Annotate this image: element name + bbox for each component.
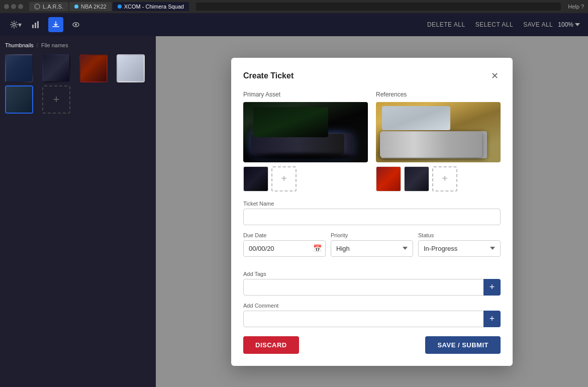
- settings-button[interactable]: ▾: [8, 17, 23, 32]
- url-bar[interactable]: [196, 3, 561, 11]
- ref-thumb-1[interactable]: [376, 166, 401, 191]
- create-ticket-modal: Create Ticket ✕ Primary Asset: [231, 58, 513, 366]
- app-toolbar: ▾ DELETE ALL SELECT ALL SAVE ALL 100%: [0, 13, 588, 36]
- thumbnails-grid: +: [5, 54, 151, 114]
- zoom-value: 100%: [558, 21, 573, 28]
- ref-thumb-2[interactable]: [404, 166, 429, 191]
- save-submit-button[interactable]: SAVE / SUBMIT: [425, 336, 501, 354]
- comment-label: Add Comment: [243, 303, 501, 309]
- tags-field: Add Tags +: [243, 271, 501, 296]
- help-text[interactable]: Help ?: [568, 4, 584, 10]
- tab-xcom-label: XCOM - Chimera Squad: [124, 4, 184, 10]
- ticket-name-label: Ticket Name: [243, 201, 501, 207]
- close-dot[interactable]: [4, 4, 9, 9]
- primary-thumb-1[interactable]: [243, 166, 268, 191]
- eye-icon: [72, 21, 80, 29]
- asset-sections: Primary Asset +: [243, 91, 501, 191]
- settings-icon: [10, 21, 18, 29]
- xcom-dot: [118, 5, 122, 9]
- primary-asset-thumbs: +: [243, 166, 368, 191]
- discard-button[interactable]: DISCARD: [243, 336, 299, 354]
- browser-bar: L L.A.R.S. NBA 2K22 XCOM - Chimera Squad…: [0, 0, 588, 13]
- tab-xcom[interactable]: XCOM - Chimera Squad: [113, 2, 189, 11]
- maximize-dot[interactable]: [18, 4, 23, 9]
- primary-asset-image: [243, 102, 368, 162]
- modal-footer: DISCARD SAVE / SUBMIT: [243, 336, 501, 354]
- thumbnail-2[interactable]: [42, 54, 70, 82]
- form-row-date-priority-status: Due Date 📅 Priority Low Medium High Crit…: [243, 232, 501, 264]
- chart-button[interactable]: [28, 17, 43, 32]
- lars-icon: L: [34, 4, 40, 10]
- ticket-name-input[interactable]: [243, 209, 501, 225]
- breadcrumb: Thumbnails / File names: [5, 41, 151, 49]
- primary-asset-section: Primary Asset +: [243, 91, 368, 191]
- thumbnail-4[interactable]: [117, 54, 145, 82]
- svg-rect-4: [35, 23, 36, 28]
- references-label: References: [376, 91, 501, 98]
- modal-title: Create Ticket: [243, 71, 293, 80]
- primary-asset-label: Primary Asset: [243, 91, 368, 98]
- status-select[interactable]: To Do In-Progress Review Done: [418, 240, 501, 257]
- minimize-dot[interactable]: [11, 4, 16, 9]
- due-date-field: Due Date 📅: [243, 232, 326, 257]
- tab-nba[interactable]: NBA 2K22: [69, 2, 112, 11]
- due-date-label: Due Date: [243, 232, 326, 238]
- references-thumbs: +: [376, 166, 501, 191]
- status-label: Status: [418, 232, 501, 238]
- priority-field: Priority Low Medium High Critical: [331, 232, 413, 257]
- svg-text:L: L: [36, 6, 38, 9]
- zoom-chevron-icon: [575, 23, 580, 26]
- delete-all-button[interactable]: DELETE ALL: [427, 21, 465, 28]
- references-main-image: [376, 102, 501, 162]
- add-tag-button[interactable]: +: [483, 279, 501, 296]
- svg-rect-5: [37, 21, 39, 28]
- modal-header: Create Ticket ✕: [243, 70, 501, 82]
- zoom-control[interactable]: 100%: [558, 21, 580, 28]
- status-field: Status To Do In-Progress Review Done: [418, 232, 501, 257]
- sidebar: Thumbnails / File names +: [0, 36, 156, 387]
- eye-button[interactable]: [68, 17, 83, 32]
- breadcrumb-filenames[interactable]: File names: [41, 42, 68, 48]
- tags-input[interactable]: [243, 279, 501, 296]
- comment-field: Add Comment +: [243, 303, 501, 327]
- ticket-name-field: Ticket Name: [243, 201, 501, 225]
- due-date-wrapper: 📅: [243, 240, 326, 257]
- svg-point-7: [75, 24, 77, 26]
- tags-label: Add Tags: [243, 271, 501, 277]
- tags-input-wrapper: +: [243, 279, 501, 296]
- download-icon: [52, 21, 60, 29]
- tab-lars-label: L.A.R.S.: [43, 4, 63, 10]
- content-area: Create Ticket ✕ Primary Asset: [156, 36, 588, 387]
- primary-thumb-add[interactable]: +: [271, 166, 297, 191]
- comment-input-wrapper: +: [243, 311, 501, 327]
- add-thumbnail-button[interactable]: +: [42, 85, 70, 114]
- modal-close-button[interactable]: ✕: [488, 70, 501, 82]
- main-layout: Thumbnails / File names +: [0, 36, 588, 387]
- select-all-button[interactable]: SELECT ALL: [475, 21, 514, 28]
- tab-lars[interactable]: L L.A.R.S.: [29, 2, 68, 11]
- priority-label: Priority: [331, 232, 413, 238]
- save-all-button[interactable]: SAVE ALL: [523, 21, 553, 28]
- comment-input[interactable]: [243, 311, 501, 327]
- add-comment-button[interactable]: +: [483, 311, 501, 327]
- ref-thumb-add[interactable]: +: [432, 166, 457, 191]
- toolbar-actions: DELETE ALL SELECT ALL SAVE ALL: [427, 21, 553, 28]
- modal-overlay: Create Ticket ✕ Primary Asset: [156, 36, 588, 387]
- due-date-input[interactable]: [243, 240, 326, 257]
- chart-icon: [32, 21, 40, 29]
- window-controls: [4, 4, 23, 9]
- thumbnail-5[interactable]: [5, 85, 33, 114]
- references-section: References: [376, 91, 501, 191]
- browser-tabs: L L.A.R.S. NBA 2K22 XCOM - Chimera Squad: [29, 2, 189, 11]
- priority-select[interactable]: Low Medium High Critical: [331, 240, 413, 257]
- nba-dot: [74, 5, 78, 9]
- svg-point-2: [13, 24, 15, 26]
- breadcrumb-thumbnails[interactable]: Thumbnails: [5, 42, 34, 48]
- thumbnail-3[interactable]: [79, 54, 108, 82]
- download-button[interactable]: [48, 17, 63, 32]
- tab-nba-label: NBA 2K22: [81, 4, 107, 10]
- svg-rect-3: [32, 25, 34, 28]
- thumbnail-1[interactable]: [5, 54, 33, 82]
